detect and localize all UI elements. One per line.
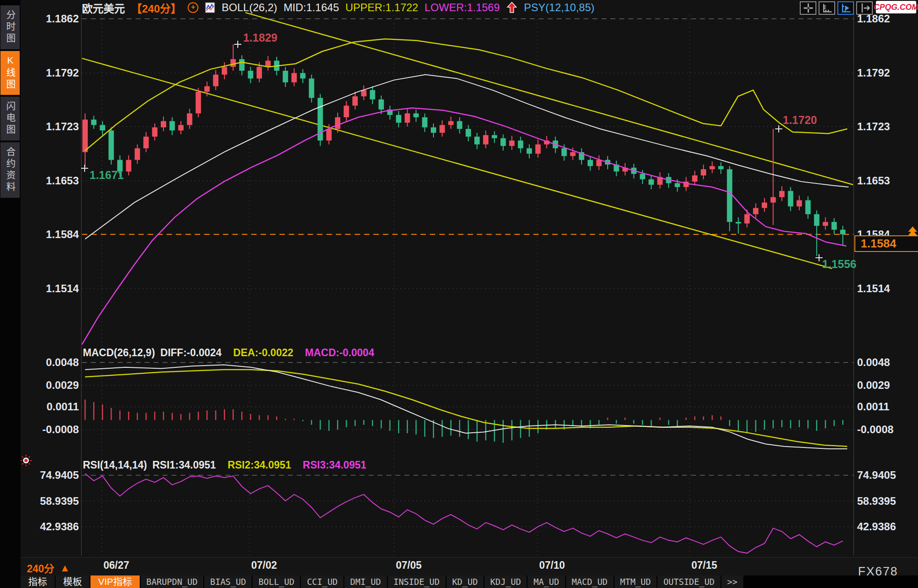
mini-candlestick-icon — [205, 2, 215, 13]
rsi2-value: RSI2:34.0951 — [227, 459, 291, 471]
chart-canvas[interactable]: 1.18291.16711.17201.1556 — [0, 0, 918, 588]
sidebar-item-2[interactable]: K线图 — [0, 51, 20, 95]
psy-label: PSY(12,10,85) — [524, 1, 594, 14]
red-up-arrow-icon — [506, 1, 518, 14]
tab-inside_ud[interactable]: INSIDE_UD — [388, 575, 446, 588]
left-sidebar: 分时图K线图闪电图合约资料 — [0, 0, 21, 588]
axis-play-scale-icon[interactable] — [837, 1, 854, 15]
tab-kdj_ud[interactable]: KDJ_UD — [485, 575, 528, 588]
tab-ma_ud[interactable]: MA_UD — [528, 575, 566, 588]
tab-mtm_ud[interactable]: MTM_UD — [614, 575, 658, 588]
rsi-line — [85, 473, 843, 553]
boll-lower-value: LOWER:1.1569 — [425, 1, 500, 14]
tab-dmi_ud[interactable]: DMI_UD — [344, 575, 388, 588]
tab-指标[interactable]: 指标 — [21, 575, 56, 588]
macd-histogram — [85, 400, 843, 443]
indicator-tabbar: 指标模板VIP指标BARUPDN_UDBIAS_UDBOLL_UDCCI_UDD… — [21, 575, 918, 588]
tab-模板[interactable]: 模板 — [56, 575, 90, 588]
tabs-overflow-button[interactable]: >> — [721, 575, 744, 588]
period-selector[interactable]: 【240分】 — [131, 0, 181, 16]
macd-dea-value: DEA:-0.0022 — [233, 347, 293, 359]
tab-vip指标[interactable]: VIP指标 — [90, 575, 141, 588]
chart-toolbar — [800, 1, 873, 15]
lower-trendline — [82, 58, 832, 268]
rsi1-value: RSI1:34.0951 — [152, 459, 216, 471]
tab-bias_ud[interactable]: BIAS_UD — [204, 575, 253, 588]
tab-macd_ud[interactable]: MACD_UD — [566, 575, 614, 588]
tab-cci_ud[interactable]: CCI_UD — [301, 575, 344, 588]
sidebar-item-4[interactable]: 合约资料 — [0, 142, 20, 198]
circle-plus-icon[interactable]: + — [188, 2, 198, 13]
boll-upper-value: UPPER:1.1722 — [345, 1, 418, 14]
macd-value: MACD:-0.0004 — [305, 347, 374, 359]
alert-sun-icon[interactable] — [20, 455, 32, 466]
price-annotation: 1.1671 — [90, 169, 124, 181]
boll-mid-value: MID:1.1645 — [283, 1, 339, 14]
macd-header: MACD(26,12,9) DIFF:-0.0024 DEA:-0.0022 M… — [83, 347, 374, 359]
tab-outside_ud[interactable]: OUTSIDE_UD — [657, 575, 721, 588]
price-annotation: 1.1556 — [822, 258, 856, 270]
chart-header: 欧元美元 【240分】 + BOLL(26,2) MID:1.1645 UPPE… — [82, 1, 595, 14]
tab-barupdn_ud[interactable]: BARUPDN_UD — [141, 575, 204, 588]
tab-boll_ud[interactable]: BOLL_UD — [253, 575, 301, 588]
boll-label: BOLL(26,2) — [222, 1, 277, 14]
macd-title: MACD(26,12,9) — [83, 347, 155, 359]
rsi3-value: RSI3:34.0951 — [303, 459, 366, 471]
macd-dea-line — [85, 370, 847, 446]
period-label: 240分 — [27, 560, 54, 575]
rsi-title: RSI(14,14,14) — [83, 459, 147, 471]
sidebar-item-1[interactable]: 分时图 — [0, 5, 20, 49]
upper-trendline — [245, 13, 853, 185]
symbol-name: 欧元美元 — [82, 0, 125, 16]
axis-scale-icon[interactable] — [819, 1, 835, 15]
price-annotation: 1.1829 — [243, 31, 277, 44]
tab-kd_ud[interactable]: KD_UD — [446, 575, 485, 588]
price-annotation: 1.1720 — [783, 114, 817, 126]
move-crosshair-icon[interactable] — [800, 1, 816, 15]
period-up-triangle-icon: ▲ — [60, 562, 70, 574]
period-indicator[interactable]: 240分 ▲ — [27, 560, 70, 575]
macd-diff-value: DIFF:-0.0024 — [160, 347, 222, 359]
brand-logo[interactable]: CPQG.COM — [876, 1, 916, 13]
chart-application: 分时图K线图闪电图合约资料 欧元美元 【240分】 + BOLL(26,2) M… — [0, 0, 918, 588]
current-price-tag: 1.1584 — [854, 235, 918, 252]
boll-lower-line — [82, 108, 846, 344]
sidebar-item-3[interactable]: 闪电图 — [0, 97, 20, 141]
rsi-header: RSI(14,14,14) RSI1:34.0951 RSI2:34.0951 … — [83, 459, 366, 471]
pan-right-icon[interactable] — [856, 1, 873, 15]
